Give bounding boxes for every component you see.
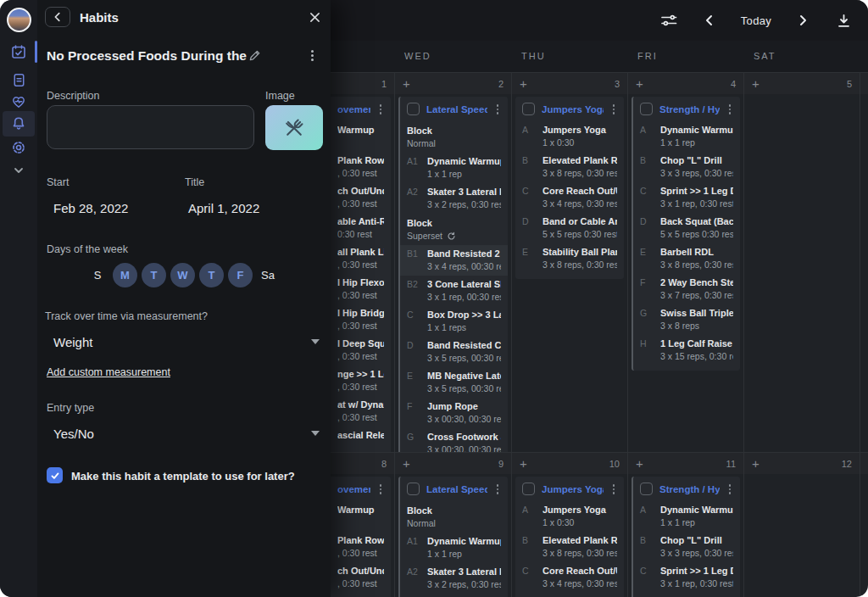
exercise-row[interactable]: Plank Row, 0:30 rest [331,152,391,182]
exercise-row[interactable]: CCore Reach Out/Under3 x 4 reps, 0:30 re… [515,562,624,593]
workout-title[interactable]: ovement Q... [337,104,370,114]
weekday-toggle-s[interactable]: S [86,263,108,287]
exercise-row[interactable]: l Hip Bridge w/ ..., 0:30 rest [331,304,391,335]
template-checkbox-label[interactable]: Make this habit a template to use for la… [71,470,295,483]
workout-menu-button[interactable] [377,103,385,116]
workout-title[interactable]: Lateral Speed / Plyo [426,104,487,114]
weekday-toggle-f[interactable]: F [228,263,253,287]
add-workout-button[interactable]: + [752,457,760,470]
workout-menu-button[interactable] [494,103,502,116]
exercise-row[interactable]: BChop "L" Drill3 x 3 reps, 0:30 rest [633,532,740,562]
exercise-row[interactable]: all Plank Linear ..., 0:30 rest [331,243,391,274]
weekday-toggle-t[interactable]: T [199,263,224,287]
exercise-row[interactable]: ch Out/Under, 0:30 rest [331,182,391,213]
exercise-row[interactable]: B23 Cone Lateral Slide3 x 1 rep, 00:30 r… [400,276,508,306]
add-workout-button[interactable]: + [403,77,410,90]
weekday-toggle-m[interactable]: M [113,263,137,287]
sidebar-expand-button[interactable] [3,158,35,183]
workout-title[interactable]: Jumpers Yoga / Core [542,484,604,494]
workout-menu-button[interactable] [610,483,618,496]
exercise-row[interactable]: ADynamic Warmup1 x 1 rep [633,121,740,152]
workout-title[interactable]: Strength / Hypertro... [659,484,720,494]
close-button[interactable] [307,9,322,25]
workout-checkbox[interactable] [407,103,420,115]
exercise-row[interactable]: AJumpers Yoga1 x 0:30 [515,121,624,152]
sidebar-item-notifications[interactable] [3,111,35,137]
exercise-row[interactable]: DBand Resisted Crossover...3 x 5 reps, 0… [400,337,508,367]
workout-menu-button[interactable] [726,103,734,116]
exercise-row[interactable]: nge >> 1 Leg St..., 0:30 rest [331,365,391,396]
exercise-row[interactable]: GSwiss Ball Triple Threat3 x 8 reps [633,304,740,335]
exercise-row[interactable]: CSprint >> 1 Leg Declarations3 x 1 rep, … [633,562,740,593]
exercise-row[interactable]: AJumpers Yoga1 x 0:30 [515,501,624,532]
workout-checkbox[interactable] [522,483,535,495]
template-checkbox[interactable] [47,467,63,483]
exercise-row[interactable]: EBarbell RDL3 x 8 reps, 0:30 rest [633,243,740,274]
workout-title[interactable]: Lateral Speed / Plyo [426,484,487,494]
exercise-row[interactable]: A1Dynamic Warmup1 x 1 rep [400,153,508,183]
exercise-row[interactable]: CSprint >> 1 Leg Declarations3 x 1 rep, … [633,182,740,213]
workout-title[interactable]: Jumpers Yoga / Core [542,104,604,114]
exercise-row[interactable]: ADynamic Warmup1 x 1 rep [633,501,740,532]
start-date-field[interactable]: Feb 28, 2022 [53,201,128,215]
exercise-row[interactable]: DBand or Cable Anti Rotati...5 x 5 reps … [515,593,624,597]
workout-checkbox[interactable] [640,103,653,115]
exercise-row[interactable]: GCross Footwork Jump Rope3 x 00:30, 00:3… [400,428,508,453]
exercise-row[interactable]: A2Skater 3 Lateral Hops >> ...3 x 2 reps… [400,563,508,594]
edit-title-button[interactable] [248,49,261,65]
workout-checkbox[interactable] [522,103,535,115]
workout-title[interactable]: Strength / Hypertro... [659,104,720,114]
exercise-row[interactable]: Plank Row, 0:30 rest [331,532,391,562]
add-workout-button[interactable]: + [636,77,643,90]
add-custom-measurement-link[interactable]: Add custom measurement [47,366,170,378]
exercise-row[interactable]: A1Dynamic Warmup1 x 1 rep [400,533,508,563]
add-workout-button[interactable]: + [520,77,527,90]
filter-sliders-icon[interactable] [659,11,678,30]
download-icon[interactable] [834,11,853,30]
exercise-row[interactable]: EStability Ball Plank Linear ...3 x 8 re… [515,243,624,274]
exercise-row[interactable]: at w/ Dynamic P..., 0:30 rest [331,396,391,427]
exercise-row[interactable]: A2Skater 3 Lateral Hops >> ...3 x 2 reps… [400,183,508,214]
workout-menu-button[interactable] [610,103,618,116]
habit-image-tile[interactable] [265,105,323,150]
add-workout-button[interactable]: + [520,457,527,470]
workout-menu-button[interactable] [494,483,502,496]
exercise-row[interactable]: Warmup [331,121,391,152]
back-button[interactable] [45,7,70,27]
workout-title[interactable]: ovement Q... [337,484,370,494]
exercise-row[interactable]: l Deep Squat Mo..., 0:30 rest [331,335,391,365]
workout-checkbox[interactable] [407,483,420,495]
add-workout-button[interactable]: + [636,457,643,470]
exercise-row[interactable]: able Anti-Rotati...0:30 rest [331,593,391,597]
exercise-row[interactable]: l Hip Flexor Rais..., 0:30 rest [331,274,391,304]
end-date-field[interactable]: April 1, 2022 [188,201,259,215]
description-input[interactable] [47,105,254,149]
exercise-row[interactable]: able Anti-Rotati...0:30 rest [331,213,391,243]
add-workout-button[interactable]: + [752,77,760,90]
exercise-row[interactable]: ascial Release C... [331,427,391,453]
avatar[interactable] [7,8,31,32]
sidebar-item-calendar[interactable] [3,39,35,64]
exercise-row[interactable]: Warmup [331,501,391,532]
add-workout-button[interactable]: + [403,457,410,470]
entry-type-dropdown[interactable]: Yes/No [47,422,330,444]
exercise-row[interactable]: FJump Rope3 x 00:30, 00:30 rest [400,398,508,428]
exercise-row[interactable]: BElevated Plank Row3 x 8 reps, 0:30 rest [515,152,624,182]
workout-checkbox[interactable] [640,483,653,495]
weekday-toggle-sa[interactable]: Sa [257,263,279,287]
weekday-toggle-w[interactable]: W [170,263,195,287]
prev-week-button[interactable] [700,11,719,30]
exercise-row[interactable]: DBack Squat (Back Off Set)5 x 5 reps 0:3… [633,593,740,597]
sidebar-item-settings[interactable] [3,135,35,160]
exercise-row[interactable]: ch Out/Under, 0:30 rest [331,562,391,593]
next-week-button[interactable] [793,11,812,30]
workout-menu-button[interactable] [377,483,385,496]
exercise-row[interactable]: CCore Reach Out/Under3 x 4 reps, 0:30 re… [515,182,624,213]
exercise-row[interactable]: DBand or Cable Anti Rotati...5 x 5 reps … [515,213,624,243]
exercise-row[interactable]: BElevated Plank Row3 x 8 reps, 0:30 rest [515,532,624,562]
exercise-row[interactable]: DBack Squat (Back Off Set)5 x 5 reps 0:3… [633,213,740,243]
exercise-row[interactable]: CBox Drop >> 3 Lateral H...1 x 1 reps [400,306,508,337]
today-button[interactable]: Today [741,14,771,27]
measurement-dropdown[interactable]: Weight [47,331,330,353]
exercise-row[interactable]: H1 Leg Calf Raise3 x 15 reps, 0:30 rest [633,335,740,365]
